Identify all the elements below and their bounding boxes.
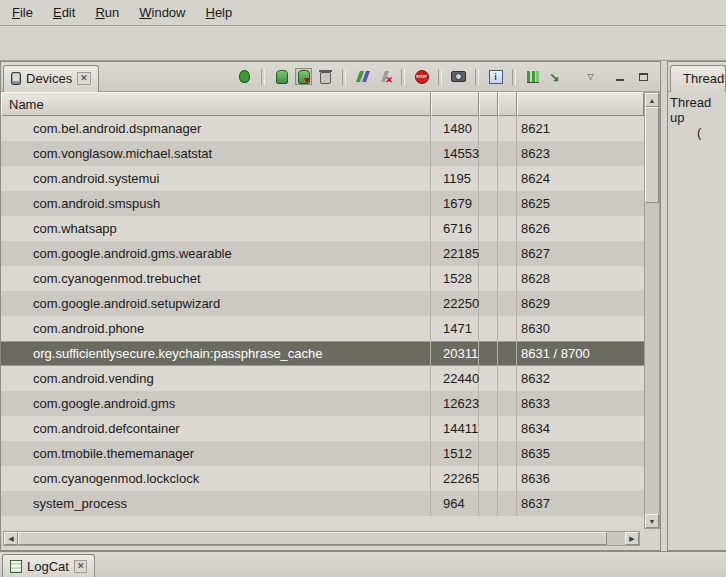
- table-row[interactable]: com.android.systemui11958624: [1, 166, 644, 191]
- maximize-icon[interactable]: [635, 68, 652, 85]
- stop-process-icon[interactable]: [413, 68, 430, 85]
- column-header-4[interactable]: [498, 92, 517, 116]
- process-name: com.android.phone: [1, 316, 431, 341]
- logcat-tab[interactable]: LogCat ✕: [2, 554, 95, 577]
- column-header-3[interactable]: [479, 92, 498, 116]
- table-row[interactable]: com.vonglasow.michael.satstat145538623: [1, 141, 644, 166]
- debug-icon[interactable]: [236, 68, 253, 85]
- process-name: com.cyanogenmod.lockclock: [1, 466, 431, 491]
- menu-run[interactable]: Run: [85, 0, 129, 25]
- devices-tabbar: Devices ✕ ▽: [1, 62, 660, 92]
- table-row[interactable]: com.google.android.setupwizard222508629: [1, 291, 644, 316]
- table-row[interactable]: com.cyanogenmod.trebuchet15288628: [1, 266, 644, 291]
- process-name: com.bel.android.dspmanager: [1, 116, 431, 141]
- bottom-tabbar: LogCat ✕: [0, 551, 726, 577]
- process-port: 8624: [517, 166, 644, 191]
- menu-window[interactable]: Window: [129, 0, 195, 25]
- process-name: com.android.smspush: [1, 191, 431, 216]
- cell-3: [479, 241, 498, 266]
- cell-3: [479, 316, 498, 341]
- cell-3: [479, 491, 498, 516]
- cell-4: [498, 491, 517, 516]
- threads-tab[interactable]: Threads: [670, 65, 726, 92]
- cell-3: [479, 141, 498, 166]
- scroll-left-button[interactable]: ◀: [4, 532, 18, 545]
- v-scroll-thumb[interactable]: [645, 107, 659, 203]
- process-pid: 14553: [431, 141, 479, 166]
- devices-tab[interactable]: Devices ✕: [3, 65, 99, 92]
- table-row[interactable]: com.android.vending224408632: [1, 366, 644, 391]
- process-port: 8630: [517, 316, 644, 341]
- table-row[interactable]: com.android.defcontainer144118634: [1, 416, 644, 441]
- process-pid: 22250: [431, 291, 479, 316]
- table-row[interactable]: com.tmobile.thememanager15128635: [1, 441, 644, 466]
- v-scrollbar[interactable]: ▲ ▼: [644, 92, 660, 529]
- system-info-icon[interactable]: [487, 68, 504, 85]
- process-port: 8627: [517, 241, 644, 266]
- process-name: com.google.android.setupwizard: [1, 291, 431, 316]
- menu-edit[interactable]: Edit: [43, 0, 85, 25]
- view-menu-icon[interactable]: ▽: [582, 68, 599, 85]
- update-threads-icon[interactable]: [354, 68, 371, 85]
- stop-thread-updates-icon[interactable]: [376, 68, 393, 85]
- minimize-icon[interactable]: [611, 68, 628, 85]
- table-row[interactable]: com.google.android.gms.wearable221858627: [1, 241, 644, 266]
- application-window: FileEditRunWindowHelp Devices ✕ ▽ Name: [0, 0, 726, 577]
- table-row[interactable]: com.whatsapp67168626: [1, 216, 644, 241]
- toolbar-separator: [438, 69, 442, 85]
- method-profiling-icon[interactable]: [546, 68, 563, 85]
- table-row[interactable]: com.android.phone14718630: [1, 316, 644, 341]
- table-row[interactable]: com.bel.android.dspmanager14808621: [1, 116, 644, 141]
- close-icon[interactable]: ✕: [74, 560, 88, 573]
- cell-3: [479, 291, 498, 316]
- scroll-up-button[interactable]: ▲: [645, 93, 659, 107]
- menu-help[interactable]: Help: [195, 0, 242, 25]
- process-port: 8632: [517, 366, 644, 391]
- toolbar-separator: [475, 69, 479, 85]
- process-pid: 1480: [431, 116, 479, 141]
- scroll-right-button[interactable]: ▶: [625, 532, 639, 545]
- h-scroll-track[interactable]: [18, 532, 625, 545]
- scroll-down-button[interactable]: ▼: [645, 514, 659, 528]
- menu-file[interactable]: File: [2, 0, 43, 25]
- table-row[interactable]: com.cyanogenmod.lockclock222658636: [1, 466, 644, 491]
- cell-4: [498, 266, 517, 291]
- dump-hprof-icon[interactable]: [295, 68, 312, 85]
- table-row[interactable]: org.sufficientlysecure.keychain:passphra…: [1, 341, 644, 366]
- process-name: org.sufficientlysecure.keychain:passphra…: [1, 341, 431, 366]
- screen-capture-icon[interactable]: [450, 68, 467, 85]
- table-header: Name: [1, 92, 644, 116]
- process-port: 8625: [517, 191, 644, 216]
- process-port: 8634: [517, 416, 644, 441]
- h-scrollbar[interactable]: ◀ ▶: [3, 531, 640, 546]
- devices-toolbar: ▽: [236, 68, 660, 85]
- process-name: com.vonglasow.michael.satstat: [1, 141, 431, 166]
- process-name: com.google.android.gms.wearable: [1, 241, 431, 266]
- menubar: FileEditRunWindowHelp: [0, 0, 726, 26]
- toolbar-separator: [342, 69, 346, 85]
- process-name: com.cyanogenmod.trebuchet: [1, 266, 431, 291]
- cell-4: [498, 291, 517, 316]
- cell-3: [479, 441, 498, 466]
- table-row[interactable]: com.google.android.gms126238633: [1, 391, 644, 416]
- table-row[interactable]: system_process9648637: [1, 491, 644, 516]
- cell-4: [498, 466, 517, 491]
- column-header-pid[interactable]: [431, 92, 479, 116]
- process-pid: 1471: [431, 316, 479, 341]
- process-name: com.whatsapp: [1, 216, 431, 241]
- cause-gc-icon[interactable]: [317, 68, 334, 85]
- update-heap-icon[interactable]: [273, 68, 290, 85]
- cell-3: [479, 116, 498, 141]
- close-icon[interactable]: ✕: [77, 72, 91, 85]
- column-header-port[interactable]: [517, 92, 644, 116]
- network-stats-icon[interactable]: [524, 68, 541, 85]
- process-table: Name com.bel.android.dspmanager14808621c…: [1, 92, 660, 529]
- table-row[interactable]: com.android.smspush16798625: [1, 191, 644, 216]
- process-name: com.android.defcontainer: [1, 416, 431, 441]
- v-scroll-track[interactable]: [645, 107, 659, 514]
- h-scroll-thumb[interactable]: [18, 532, 607, 545]
- cell-4: [498, 341, 517, 366]
- column-header-name[interactable]: Name: [1, 92, 431, 116]
- toolbar-separator: [401, 69, 405, 85]
- process-port: 8626: [517, 216, 644, 241]
